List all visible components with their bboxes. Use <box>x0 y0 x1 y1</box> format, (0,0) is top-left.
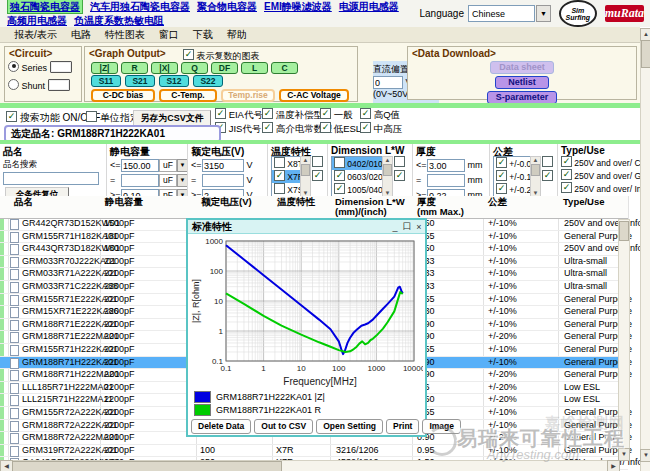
sparam-btn-s12[interactable]: S12 <box>159 75 189 87</box>
part-search-input[interactable] <box>3 172 99 185</box>
table-header-7[interactable]: Type/Use <box>563 197 605 207</box>
fg-dim-item-checkbox-0[interactable] <box>334 157 345 168</box>
type-checkbox-3-0[interactable]: ✓ <box>360 108 371 119</box>
fg-volt-input-0[interactable] <box>202 159 244 172</box>
app-vscrollbar-down-icon[interactable]: ▼ <box>640 449 650 462</box>
type-checkbox-0-0[interactable]: ✓ <box>215 108 226 119</box>
graph-btn-open-setting[interactable]: Open Setting <box>316 419 383 434</box>
fg-tol-item-checkbox-2[interactable]: ✓ <box>496 183 507 194</box>
tab-1[interactable]: 汽车用独石陶瓷电容器 <box>90 1 190 12</box>
table-row-18[interactable]: GRM319R72A222KA012200pF100X7R3216/12060.… <box>0 445 628 458</box>
table-header-6[interactable]: 公差 <box>488 197 507 207</box>
fg-temp-item-checkbox-2[interactable] <box>274 183 285 194</box>
fg-tol-scroll-thumb[interactable] <box>531 164 540 176</box>
char-btn-0[interactable]: C-DC bias <box>91 89 155 102</box>
type-checkbox-1-1[interactable]: ✓ <box>262 122 273 133</box>
fg-use-item-2[interactable]: ✓ 250V and over/ Informat <box>558 182 641 195</box>
menu-item-2[interactable]: 特性图表 <box>105 28 145 42</box>
series-radio[interactable] <box>8 61 19 72</box>
fg-temp-side-checkbox-1[interactable]: ✓ <box>312 170 323 181</box>
dc-bias-input[interactable] <box>373 76 403 89</box>
menu-item-0[interactable]: 报表/表示 <box>14 28 57 42</box>
tab-2[interactable]: 聚合物电容器 <box>197 1 257 12</box>
table-hscrollbar-thumb[interactable] <box>12 461 282 471</box>
type-checkbox-3-1[interactable]: ✓ <box>360 122 371 133</box>
fg-use-item-1[interactable]: ✓ 250V and over/ General <box>558 169 641 182</box>
fg-temp-scrollbar[interactable]: ▲▼ <box>300 156 311 197</box>
app-vscrollbar-thumb[interactable] <box>641 40 650 68</box>
graph-btn-0[interactable]: |Z| <box>91 62 118 74</box>
fg-cap-input-0[interactable] <box>121 159 159 172</box>
circuit-option-shunt[interactable]: Shunt <box>8 79 72 97</box>
tab-6[interactable]: 负温度系数热敏电阻 <box>74 15 164 26</box>
graph-btn-6[interactable]: C <box>271 62 298 74</box>
graph-btn-2[interactable]: |X| <box>151 62 178 74</box>
fg-temp-scroll-up-icon[interactable]: ▲ <box>301 157 310 163</box>
fg-dim-side-checkbox-0[interactable] <box>394 156 405 167</box>
fg-cap-input-1[interactable] <box>121 174 159 187</box>
fg-tol-side-checkbox-1[interactable]: ✓ <box>542 170 553 181</box>
type-checkbox-2-1[interactable]: ✓ <box>320 122 331 133</box>
tab-0[interactable]: 独石陶瓷电容器 <box>7 0 83 14</box>
app-vscrollbar-track[interactable] <box>640 28 650 471</box>
unit-spec-checkbox[interactable] <box>86 111 97 122</box>
char-btn-3[interactable]: C-AC Voltage <box>279 89 349 102</box>
graph-btn-1[interactable]: R <box>121 62 148 74</box>
fg-dim-scroll-up-icon[interactable]: ▲ <box>383 157 392 163</box>
table-header-5[interactable]: 厚度(mm Max.) <box>417 197 464 217</box>
sparam-btn-s22[interactable]: S22 <box>193 75 223 87</box>
fg-tol-scrollbar[interactable]: ▲▼ <box>530 156 541 197</box>
fg-tol-side-checkbox-0[interactable] <box>542 156 553 167</box>
fg-use-checkbox-1[interactable]: ✓ <box>561 169 572 180</box>
sparam-btn-s21[interactable]: S21 <box>125 75 155 87</box>
tab-3[interactable]: EMI静噪滤波器 <box>264 1 332 12</box>
table-vscrollbar-track[interactable] <box>618 219 630 461</box>
fg-temp-scroll-thumb[interactable] <box>301 164 310 176</box>
fg-use-checkbox-2[interactable]: ✓ <box>561 182 572 193</box>
close-icon[interactable]: × <box>413 222 425 232</box>
sparam-btn-s11[interactable]: S11 <box>91 75 121 87</box>
download-btn-1[interactable]: Netlist <box>495 76 549 89</box>
table-vscrollbar-thumb[interactable] <box>619 221 629 241</box>
tab-4[interactable]: 电源用电感器 <box>339 1 399 12</box>
fg-volt-input-1[interactable] <box>202 174 244 187</box>
fg-dim-scrollbar[interactable]: ▲▼ <box>382 156 393 197</box>
fg-dim-side-checkbox-1[interactable]: ✓ <box>394 170 405 181</box>
shunt-radio[interactable] <box>8 79 19 90</box>
maximize-icon[interactable]: 口 <box>401 220 413 233</box>
tab-5[interactable]: 高频用电感器 <box>7 15 67 26</box>
table-header-0[interactable]: 品名 <box>14 197 33 207</box>
graph-btn-5[interactable]: L <box>241 62 268 74</box>
menu-item-1[interactable]: 电路 <box>71 28 91 42</box>
table-header-3[interactable]: 温度特性 <box>277 197 315 207</box>
language-select[interactable]: Chinese <box>468 5 535 22</box>
fg-dim-item-checkbox-1[interactable]: ✓ <box>334 170 345 181</box>
table-header-4[interactable]: Dimension L*W(mm)/(inch) <box>335 197 405 217</box>
fg-temp-item-checkbox-0[interactable] <box>274 157 285 168</box>
type-checkbox-1-0[interactable]: ✓ <box>262 108 273 119</box>
complex-graph-checkbox[interactable]: ✓ <box>183 49 194 60</box>
save-csv-button[interactable]: 另存为CSV文件 <box>133 110 211 126</box>
menu-item-5[interactable]: 帮助 <box>227 28 247 42</box>
table-hscrollbar-right-icon[interactable]: ▶ <box>607 460 620 471</box>
fg-tol-scroll-up-icon[interactable]: ▲ <box>531 157 540 163</box>
graph-btn-3[interactable]: Q <box>181 62 208 74</box>
fg-use-item-0[interactable]: ✓ 250V and over/ Camera <box>558 156 641 169</box>
graph-btn-image[interactable]: Image <box>422 419 461 434</box>
fg-temp-item-checkbox-1[interactable]: ✓ <box>274 170 285 181</box>
table-header-1[interactable]: 静电容量 <box>105 197 143 207</box>
graph-btn-4[interactable]: DF <box>211 62 238 74</box>
graph-window-titlebar[interactable]: 标准特性 _ 口 × <box>188 220 425 234</box>
circuit-option-series[interactable]: Series <box>8 61 72 79</box>
fg-thick-input-1[interactable] <box>427 174 465 187</box>
graph-btn-out-to-csv[interactable]: Out to CSV <box>254 419 313 434</box>
fg-dim-item-checkbox-2[interactable]: ✓ <box>334 183 345 194</box>
type-checkbox-2-0[interactable]: ✓ <box>320 108 331 119</box>
table-header-2[interactable]: 额定电压(V) <box>201 197 252 207</box>
fg-thick-input-0[interactable] <box>427 159 465 172</box>
search-toggle-checkbox[interactable]: ✓ <box>6 111 17 122</box>
fg-tol-item-checkbox-1[interactable]: ✓ <box>496 170 507 181</box>
graph-btn-delete-data[interactable]: Delete Data <box>191 419 251 434</box>
graph-btn-print[interactable]: Print <box>386 419 419 434</box>
menu-item-4[interactable]: 下载 <box>193 28 213 42</box>
